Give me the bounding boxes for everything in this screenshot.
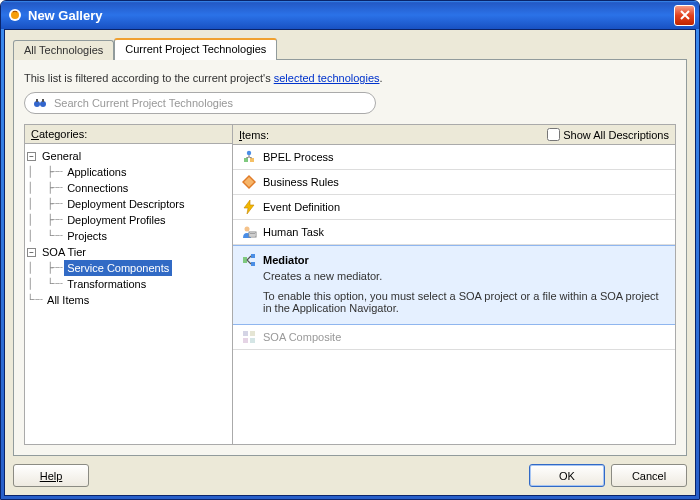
ok-button[interactable]: OK <box>529 464 605 487</box>
tabs: All Technologies Current Project Technol… <box>13 38 687 60</box>
human-task-icon <box>241 224 257 240</box>
item-business-rules[interactable]: Business Rules <box>233 170 675 195</box>
mediator-note: To enable this option, you must select a… <box>263 290 667 314</box>
item-mediator[interactable]: Mediator Creates a new mediator. To enab… <box>233 245 675 325</box>
svg-rect-14 <box>243 257 247 263</box>
tree-node-all-items[interactable]: All Items <box>44 292 92 308</box>
svg-rect-4 <box>36 99 38 102</box>
svg-rect-8 <box>250 158 254 162</box>
svg-rect-7 <box>244 158 248 162</box>
item-human-task[interactable]: Human Task <box>233 220 675 245</box>
lightning-icon <box>241 199 257 215</box>
tab-current-project[interactable]: Current Project Technologies <box>114 38 277 60</box>
tree-node-soa-tier[interactable]: SOA Tier <box>39 244 89 260</box>
svg-rect-15 <box>251 254 255 258</box>
svg-rect-18 <box>250 331 255 336</box>
binoculars-icon <box>33 96 47 110</box>
tree-node-connections[interactable]: Connections <box>64 180 131 196</box>
svg-rect-13 <box>249 232 256 237</box>
app-icon <box>7 7 23 23</box>
item-bpel-process[interactable]: BPEL Process <box>233 145 675 170</box>
window-title: New Gallery <box>28 8 102 23</box>
item-event-definition[interactable]: Event Definition <box>233 195 675 220</box>
show-all-descriptions-checkbox[interactable]: Show All Descriptions <box>547 128 669 141</box>
tree-node-transformations[interactable]: Transformations <box>64 276 149 292</box>
tree-node-projects[interactable]: Projects <box>64 228 110 244</box>
tab-all-technologies[interactable]: All Technologies <box>13 40 114 60</box>
items-header: Items: Show All Descriptions <box>233 125 675 145</box>
cancel-button[interactable]: Cancel <box>611 464 687 487</box>
svg-point-1 <box>11 11 19 19</box>
categories-header: Categories: <box>25 125 232 144</box>
search-box[interactable] <box>24 92 376 114</box>
svg-rect-19 <box>243 338 248 343</box>
svg-point-12 <box>245 227 250 232</box>
svg-point-6 <box>247 151 251 155</box>
search-input[interactable] <box>52 96 367 110</box>
tree-node-general[interactable]: General <box>39 148 84 164</box>
mediator-description: Creates a new mediator. <box>263 270 667 282</box>
composite-icon <box>241 329 257 345</box>
close-button[interactable] <box>674 5 695 26</box>
close-icon <box>680 10 690 20</box>
svg-rect-5 <box>42 99 44 102</box>
selected-technologies-link[interactable]: selected technologies <box>274 72 380 84</box>
svg-rect-20 <box>250 338 255 343</box>
item-soa-composite[interactable]: SOA Composite <box>233 325 675 350</box>
bpel-icon <box>241 149 257 165</box>
svg-marker-11 <box>244 200 254 214</box>
tree-node-deployment-descriptors[interactable]: Deployment Descriptors <box>64 196 187 212</box>
rules-icon <box>241 174 257 190</box>
svg-rect-16 <box>251 262 255 266</box>
filter-text: This list is filtered according to the c… <box>24 72 676 84</box>
tree-toggle[interactable]: − <box>27 248 36 257</box>
mediator-icon <box>241 252 257 268</box>
tree-node-applications[interactable]: Applications <box>64 164 129 180</box>
tree-node-service-components[interactable]: Service Components <box>64 260 172 276</box>
categories-tree[interactable]: −General │ ├┄┄Applications │ ├┄┄Connecti… <box>25 144 232 444</box>
svg-rect-17 <box>243 331 248 336</box>
tree-toggle[interactable]: − <box>27 152 36 161</box>
help-button[interactable]: Help <box>13 464 89 487</box>
items-list: BPEL Process Business Rules Event Defini… <box>233 145 675 444</box>
titlebar: New Gallery <box>1 1 699 29</box>
tree-node-deployment-profiles[interactable]: Deployment Profiles <box>64 212 168 228</box>
